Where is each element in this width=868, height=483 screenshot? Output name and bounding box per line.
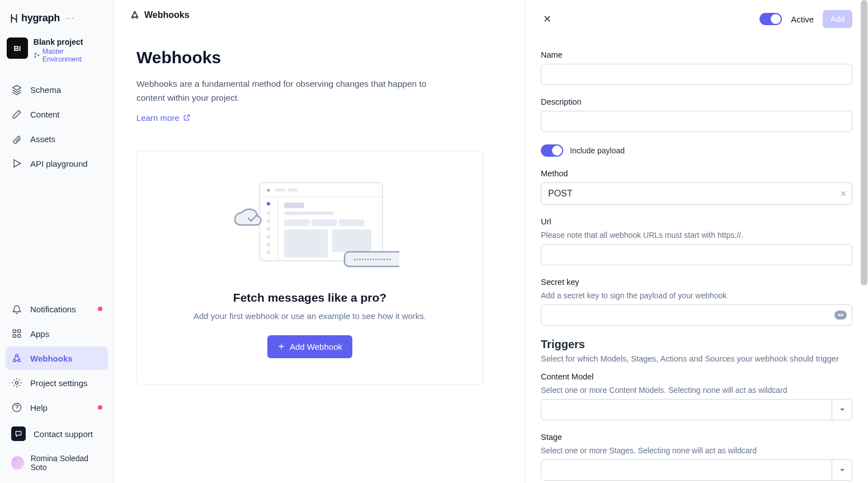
app-logo[interactable]: hygraph (9, 12, 60, 24)
include-payload-toggle[interactable] (541, 144, 563, 157)
field-method: Method POST × (541, 169, 852, 205)
field-url: Url Please note that all webhook URLs mu… (541, 217, 852, 265)
app-menu-icon[interactable]: ⋯ (65, 13, 75, 24)
grid-icon (11, 328, 22, 339)
svg-rect-18 (287, 189, 298, 191)
sidebar-item-label: Webhooks (30, 354, 73, 363)
help-icon (11, 402, 22, 413)
sidebar-item-contact-support[interactable]: Contact support (6, 420, 108, 447)
sidebar-item-api-playground[interactable]: API playground (6, 152, 108, 175)
svg-text:••••••••••••••: •••••••••••••• (353, 256, 391, 262)
field-description: Description (541, 97, 852, 132)
webhook-icon (11, 353, 22, 364)
create-webhook-panel: ✕ Active Add Name Description Include pa… (525, 0, 868, 483)
close-icon[interactable]: ✕ (541, 11, 554, 27)
clear-icon[interactable]: × (840, 188, 846, 200)
secret-label: Secret key (541, 278, 852, 287)
field-stage: Stage Select one or more Stages. Selecti… (541, 433, 852, 481)
svg-point-21 (267, 202, 270, 205)
svg-point-16 (267, 189, 270, 191)
add-webhook-button[interactable]: Add Webhook (267, 335, 352, 358)
chat-icon (11, 426, 26, 441)
sidebar-item-label: Content (30, 110, 60, 119)
svg-point-12 (132, 16, 134, 18)
svg-rect-26 (267, 243, 270, 246)
svg-point-1 (35, 57, 36, 58)
toggle-knob (552, 146, 562, 156)
sidebar-item-label: API playground (30, 159, 88, 168)
add-button[interactable]: Add (823, 10, 852, 28)
svg-rect-25 (267, 235, 270, 238)
url-help: Please note that all webhook URLs must s… (541, 231, 852, 240)
play-icon (11, 158, 22, 169)
reveal-icon[interactable] (834, 311, 847, 320)
url-label: Url (541, 217, 852, 226)
name-input[interactable] (541, 64, 852, 85)
svg-point-10 (16, 382, 18, 384)
sidebar-item-content[interactable]: Content (6, 102, 108, 126)
page-description: Webhooks are a fundamental method for ob… (136, 77, 427, 105)
panel-header: ✕ Active Add (541, 10, 852, 28)
chevron-down-icon[interactable] (832, 460, 852, 480)
project-environment: Master Environment (34, 48, 105, 63)
svg-rect-5 (13, 335, 16, 337)
sidebar-item-label: Assets (30, 134, 55, 144)
description-input[interactable] (541, 111, 852, 132)
method-label: Method (541, 169, 852, 178)
secondary-nav: Notifications Apps Webhooks Project sett… (6, 297, 108, 477)
svg-rect-32 (339, 219, 364, 226)
logo-row: hygraph ⋯ (6, 9, 108, 34)
active-label: Active (791, 15, 814, 24)
notification-dot-icon (98, 307, 102, 311)
sidebar-item-notifications[interactable]: Notifications (6, 297, 108, 321)
name-label: Name (541, 50, 852, 59)
svg-point-0 (35, 53, 36, 54)
empty-state-card: •••••••••••••• Fetch messages like a pro… (136, 151, 483, 384)
field-secret-key: Secret key Add a secret key to sign the … (541, 278, 852, 326)
sidebar-item-label: Contact support (34, 429, 93, 439)
field-name: Name (541, 50, 852, 85)
content-model-label: Content Model (541, 372, 852, 381)
branch-icon (34, 52, 40, 59)
svg-rect-4 (18, 330, 21, 332)
learn-more-link[interactable]: Learn more (136, 113, 191, 123)
paperclip-icon (11, 133, 22, 144)
sidebar-item-help[interactable]: Help (6, 396, 108, 419)
scrollbar[interactable] (860, 0, 868, 483)
svg-rect-28 (284, 203, 304, 208)
field-include-payload: Include payload (541, 144, 852, 157)
svg-point-8 (18, 359, 20, 362)
main-content: Webhooks Webhooks Webhooks are a fundame… (114, 0, 525, 483)
secret-input[interactable] (541, 304, 852, 326)
svg-rect-3 (13, 330, 16, 332)
sidebar-item-label: Help (30, 403, 48, 412)
sidebar-item-label: Apps (30, 329, 49, 339)
toggle-knob (771, 14, 781, 24)
sidebar-user[interactable]: Romina Soledad Soto (6, 448, 108, 477)
sidebar-item-assets[interactable]: Assets (6, 127, 108, 151)
content-area: Webhooks Webhooks are a fundamental meth… (114, 30, 525, 402)
layers-icon (11, 84, 22, 95)
sidebar-item-schema[interactable]: Schema (6, 78, 108, 101)
secret-help: Add a secret key to sign the payload of … (541, 291, 852, 300)
sidebar-item-apps[interactable]: Apps (6, 322, 108, 345)
svg-rect-34 (332, 229, 371, 252)
scrollbar-thumb[interactable] (861, 0, 867, 285)
chevron-down-icon[interactable] (832, 400, 852, 420)
sidebar-item-webhooks[interactable]: Webhooks (6, 346, 108, 370)
stage-select[interactable] (541, 459, 852, 481)
avatar (11, 456, 24, 470)
method-select[interactable]: POST × (541, 182, 852, 205)
svg-rect-30 (284, 219, 309, 226)
svg-rect-29 (284, 212, 334, 215)
active-toggle[interactable] (760, 13, 782, 25)
sidebar-item-project-settings[interactable]: Project settings (6, 371, 108, 395)
logo-icon (9, 13, 19, 24)
empty-state-heading: Fetch messages like a pro? (233, 291, 386, 304)
project-switcher[interactable]: Bl Blank project Master Environment (6, 34, 108, 73)
url-input[interactable] (541, 244, 852, 265)
bell-icon (11, 303, 22, 315)
content-model-select[interactable] (541, 399, 852, 420)
svg-rect-23 (267, 219, 270, 223)
svg-rect-33 (284, 229, 328, 257)
